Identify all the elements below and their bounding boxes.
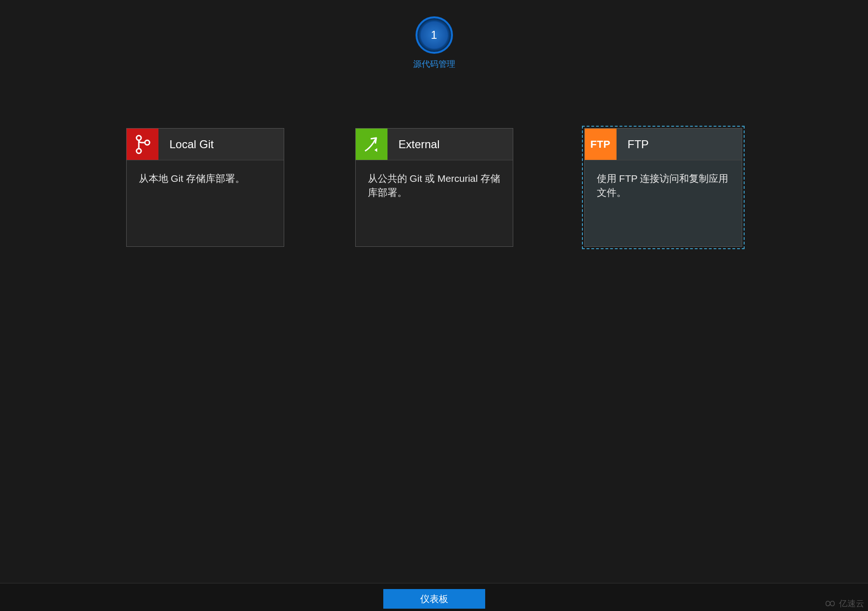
card-title: FTP [617,129,742,160]
step-indicator: 1 [416,16,453,54]
option-card-local-git[interactable]: Local Git 从本地 Git 存储库部署。 [126,128,284,247]
svg-point-2 [145,140,150,145]
card-title: Local Git [158,129,284,160]
card-description: 使用 FTP 连接访问和复制应用文件。 [585,160,742,211]
card-description: 从公共的 Git 或 Mercurial 存储库部署。 [356,160,513,211]
svg-point-0 [136,136,141,140]
step-label: 源代码管理 [413,58,455,70]
watermark-text: 亿速云 [839,598,864,609]
infinity-icon [824,599,836,608]
svg-point-1 [136,149,141,153]
source-options-row: Local Git 从本地 Git 存储库部署。 External 从公共的 G… [0,128,868,247]
svg-marker-3 [374,148,377,152]
wizard-step-header: 1 源代码管理 [0,0,868,70]
git-branch-icon [127,129,158,160]
dashboard-button[interactable]: 仪表板 [383,589,485,609]
card-header: FTP FTP [585,129,742,160]
step-number: 1 [421,22,448,49]
option-card-ftp[interactable]: FTP FTP 使用 FTP 连接访问和复制应用文件。 [584,128,742,247]
bottom-bar: 仪表板 [0,583,868,611]
card-header: Local Git [127,129,284,160]
ftp-icon: FTP [585,129,617,160]
external-link-icon [356,129,387,160]
card-description: 从本地 Git 存储库部署。 [127,160,284,197]
option-card-external[interactable]: External 从公共的 Git 或 Mercurial 存储库部署。 [355,128,513,247]
watermark: 亿速云 [824,598,864,609]
ftp-icon-text: FTP [590,138,610,151]
card-title: External [387,129,513,160]
card-header: External [356,129,513,160]
